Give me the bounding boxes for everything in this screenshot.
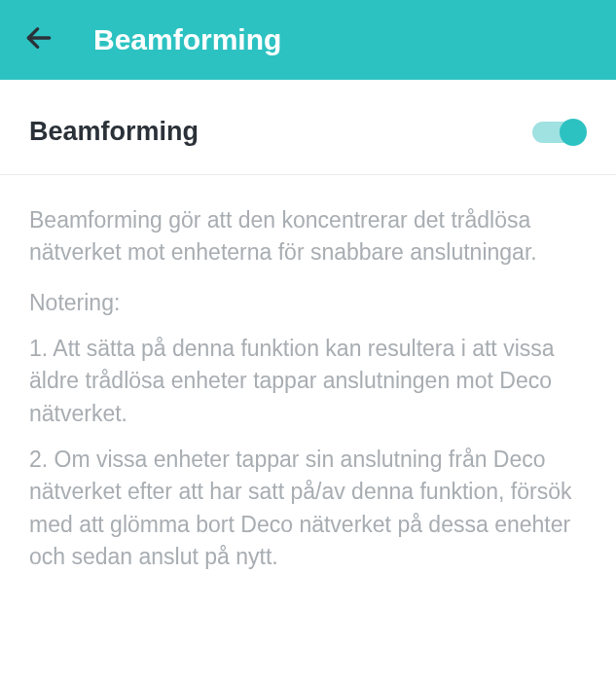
description-section: Beamforming gör att den koncentrerar det… (0, 175, 616, 573)
beamforming-setting-row: Beamforming (0, 80, 616, 175)
note-item-1: 1. Att sätta på denna funktion kan resul… (29, 333, 587, 430)
page-title: Beamforming (93, 23, 281, 56)
setting-label: Beamforming (29, 117, 199, 147)
beamforming-toggle[interactable] (532, 119, 587, 146)
back-arrow-icon (23, 22, 54, 57)
note-label: Notering: (29, 287, 587, 319)
header: Beamforming (0, 0, 616, 80)
toggle-thumb (560, 119, 587, 146)
description-main: Beamforming gör att den koncentrerar det… (29, 204, 587, 269)
back-button[interactable] (23, 22, 54, 57)
note-item-2: 2. Om vissa enheter tappar sin anslutnin… (29, 444, 587, 573)
